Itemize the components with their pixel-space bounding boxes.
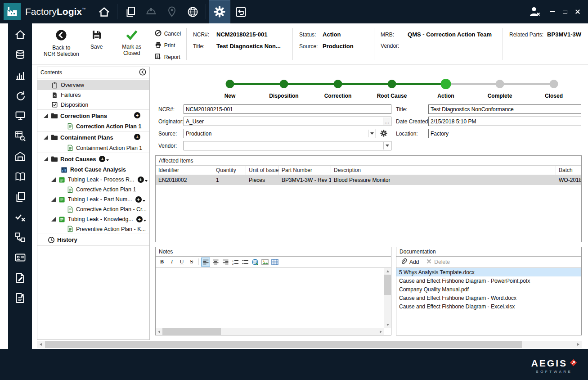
hyperlink-button[interactable] (251, 258, 260, 267)
tree-item-root-causes[interactable]: Root Causes+ (37, 153, 149, 165)
sidebar-analytics-icon[interactable] (13, 68, 27, 81)
factorylogix-logo-icon[interactable] (4, 3, 21, 20)
sidebar-home-icon[interactable] (13, 28, 27, 41)
settings-gear-icon[interactable] (209, 0, 230, 23)
align-left-button[interactable] (201, 258, 210, 267)
sidebar-pass-fail-icon[interactable] (13, 210, 27, 223)
tree-item-correction-plans[interactable]: Correction Plans+ (37, 110, 149, 122)
tree-item-corrective-action-plan-cr[interactable]: Corrective Action Plan - Cr... (37, 204, 149, 214)
scrollbar-thumb[interactable] (162, 328, 221, 335)
vendor-dropdown[interactable] (184, 141, 391, 150)
add-button[interactable]: + (134, 134, 140, 140)
tree-item-containment-plans[interactable]: Containment Plans+ (37, 131, 149, 143)
main-horizontal-scrollbar[interactable] (37, 341, 582, 348)
document-item[interactable]: 5 Whys Analysis Template.docx (396, 268, 581, 276)
delete-document-button[interactable]: Delete (426, 258, 450, 266)
originator-field[interactable]: A_User … (184, 117, 391, 126)
tree-item-overview[interactable]: Overview (37, 80, 149, 90)
tree-item-correction-action-plan-1[interactable]: Correction Action Plan 1 (37, 122, 149, 131)
column-header-quantity[interactable]: Quantity (213, 166, 246, 175)
date-created-input[interactable] (428, 117, 581, 126)
browse-button[interactable]: … (383, 118, 391, 125)
mark-as-closed-button[interactable]: Mark asClosed (114, 23, 149, 64)
sidebar-edit-doc-icon[interactable] (13, 271, 27, 284)
column-header-batch[interactable]: Batch (556, 166, 581, 175)
source-settings-icon[interactable] (380, 129, 388, 137)
strikethrough-button[interactable]: S (187, 258, 196, 267)
tree-item-tubing-leak-part-num[interactable]: Tubing Leak - Part Num...+ (37, 195, 149, 204)
sidebar-materials-icon[interactable] (13, 48, 27, 61)
expander-icon[interactable] (51, 177, 56, 182)
tree-item-preventive-action-plan-k[interactable]: Preventive Action Plan - K... (37, 224, 149, 234)
print-button[interactable]: Print (155, 41, 181, 50)
scrollbar-thumb[interactable] (384, 275, 391, 295)
document-item[interactable]: Cause and Effect Fishbone Diagram - Powe… (396, 276, 581, 285)
document-item[interactable]: Cause and Effect Fishbone Diagram - Word… (396, 294, 581, 302)
sidebar-warehouse-icon[interactable] (13, 149, 27, 163)
bold-button[interactable]: B (157, 258, 166, 267)
chevron-down-icon[interactable] (383, 142, 391, 149)
add-button[interactable]: + (135, 196, 142, 203)
home-icon[interactable] (94, 1, 114, 22)
title-input[interactable] (428, 104, 581, 114)
source-dropdown[interactable]: Production (184, 129, 376, 138)
user-signout-icon[interactable] (524, 1, 545, 22)
add-caret-icon[interactable] (106, 159, 109, 161)
add-button[interactable]: + (99, 156, 105, 162)
notes-text[interactable] (156, 268, 384, 328)
add-caret-icon[interactable] (143, 200, 145, 202)
expander-icon[interactable] (51, 197, 56, 202)
tree-item-history[interactable]: History (37, 234, 149, 246)
notes-vertical-scrollbar[interactable] (384, 268, 391, 328)
tree-item-corrective-action-plan-1[interactable]: Corrective Action Plan 1 (37, 185, 149, 195)
documents-icon[interactable] (120, 1, 141, 22)
tree-item-root-cause-analysis[interactable]: Root Cause Analysis (37, 165, 149, 175)
add-document-button[interactable]: Add (400, 258, 419, 266)
bullet-list-button[interactable] (241, 258, 250, 267)
ncr-input[interactable] (184, 104, 391, 114)
back-to-ncr-selection-button[interactable]: Back toNCR Selection (44, 23, 79, 64)
align-center-button[interactable] (211, 258, 220, 267)
sidebar-data-query-icon[interactable] (13, 129, 27, 142)
collapse-panel-icon[interactable] (139, 68, 146, 77)
expander-icon[interactable] (44, 157, 48, 161)
add-caret-icon[interactable] (144, 220, 146, 222)
notes-horizontal-scrollbar[interactable] (156, 328, 384, 335)
location-input[interactable] (428, 129, 581, 138)
document-item[interactable]: Company Quality Manual.pdf (396, 285, 581, 294)
minimize-button[interactable] (548, 7, 557, 17)
notes-editor[interactable] (156, 268, 391, 335)
tree-item-failures[interactable]: Failures (37, 90, 149, 100)
sidebar-documents-copy-icon[interactable] (13, 190, 27, 203)
sidebar-transfer-icon[interactable] (13, 231, 27, 244)
maximize-button[interactable] (560, 7, 570, 17)
table-row[interactable]: EN20180021PiecesBP3MV1-3W - Rev 1Blood P… (156, 175, 581, 185)
expander-icon[interactable] (44, 113, 48, 118)
insert-table-button[interactable] (270, 258, 279, 267)
scrollbar-thumb[interactable] (45, 341, 522, 348)
add-caret-icon[interactable] (145, 180, 148, 182)
location-pin-icon[interactable] (162, 1, 182, 22)
chevron-down-icon[interactable] (368, 130, 375, 137)
document-item[interactable]: Cause and Effect Fishbone Diagram - Exce… (396, 302, 581, 311)
save-button[interactable]: Save (79, 23, 114, 64)
numbered-list-button[interactable]: 12 (231, 258, 240, 267)
italic-button[interactable]: I (167, 258, 176, 267)
sidebar-workstation-icon[interactable] (13, 109, 27, 122)
tree-item-tubing-leak-knowledg[interactable]: Tubing Leak - Knowledg...+ (37, 214, 149, 224)
align-right-button[interactable] (221, 258, 230, 267)
cancel-button[interactable]: Cancel (155, 30, 181, 38)
column-header-part-number[interactable]: Part Number (279, 166, 331, 175)
close-button[interactable] (573, 7, 583, 17)
hardhat-icon[interactable] (141, 1, 162, 22)
image-button[interactable] (260, 258, 269, 267)
expander-icon[interactable] (51, 217, 56, 222)
tree-item-containment-action-plan-1[interactable]: Containment Action Plan 1 (37, 143, 149, 153)
add-button[interactable]: + (138, 176, 144, 183)
sidebar-library-icon[interactable] (13, 170, 27, 183)
expander-icon[interactable] (44, 135, 48, 140)
tree-item-disposition[interactable]: Disposition (37, 100, 149, 110)
sidebar-badge-icon[interactable] (13, 251, 27, 264)
add-button[interactable]: + (134, 112, 140, 118)
add-button[interactable]: + (136, 216, 143, 222)
